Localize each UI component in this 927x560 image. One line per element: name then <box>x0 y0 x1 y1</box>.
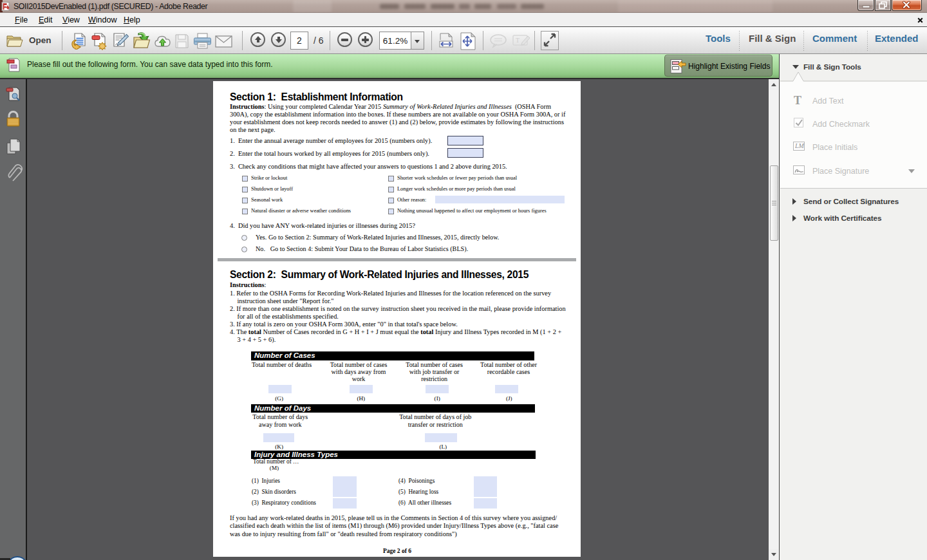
svg-text:T: T <box>516 37 520 44</box>
